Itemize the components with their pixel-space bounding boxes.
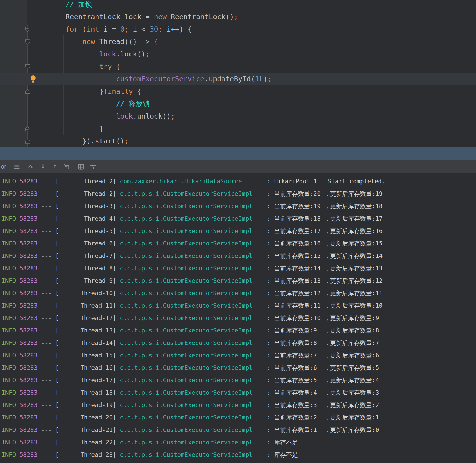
console-log-row: INFO 58283 --- [ Thread-6] c.c.t.p.s.i.C… <box>0 237 476 250</box>
console-log-row: INFO 58283 --- [ Thread-20] c.c.t.p.s.i.… <box>0 411 476 424</box>
console-log-row: INFO 58283 --- [ Thread-13] c.c.t.p.s.i.… <box>0 324 476 337</box>
console-log-row: INFO 58283 --- [ Thread-5] c.c.t.p.s.i.C… <box>0 225 476 237</box>
code-line[interactable]: }).start(); <box>0 135 476 147</box>
console-log-row: INFO 58283 --- [ Thread-12] c.c.t.p.s.i.… <box>0 312 476 324</box>
code-line[interactable]: try { <box>0 60 476 73</box>
code-line[interactable]: customExecutorService.updateById(1L); <box>0 73 476 85</box>
fold-marker-down-icon[interactable] <box>25 64 31 70</box>
toolbar-separator <box>24 163 24 171</box>
console-log-row: INFO 58283 --- [ Thread-15] c.c.t.p.s.i.… <box>0 349 476 361</box>
menu-icon[interactable] <box>11 162 23 172</box>
console-settings-icon[interactable] <box>87 162 99 172</box>
console-log-row: INFO 58283 --- [ Thread-11] c.c.t.p.s.i.… <box>0 299 476 312</box>
fold-marker-down-icon[interactable] <box>25 26 31 32</box>
fold-marker-up-icon[interactable] <box>25 138 31 144</box>
console-log-row: INFO 58283 --- [ Thread-16] c.c.t.p.s.i.… <box>0 361 476 374</box>
intention-lightbulb-icon[interactable] <box>30 75 37 83</box>
console-log-row: INFO 58283 --- [ Thread-24] c.c.t.p.s.i.… <box>0 461 476 463</box>
fold-marker-down-icon[interactable] <box>25 39 31 45</box>
code-line[interactable]: lock.lock(); <box>0 48 476 60</box>
soft-wrap-icon[interactable] <box>25 162 37 172</box>
code-line[interactable]: }finally { <box>0 85 476 98</box>
console-log-row: INFO 58283 --- [ Thread-4] c.c.t.p.s.i.C… <box>0 212 476 225</box>
console-log-row: INFO 58283 --- [ Thread-8] c.c.t.p.s.i.C… <box>0 262 476 274</box>
console-log-row: INFO 58283 --- [ Thread-10] c.c.t.p.s.i.… <box>0 287 476 299</box>
fold-marker-up-icon[interactable] <box>25 89 31 95</box>
console-log-row: INFO 58283 --- [ Thread-3] c.c.t.p.s.i.C… <box>0 200 476 212</box>
toolbar-separator <box>74 163 74 171</box>
run-console-output[interactable]: INFO 58283 --- [ Thread-2] com.zaxxer.hi… <box>0 173 476 463</box>
code-line[interactable]: } <box>0 122 476 135</box>
code-line[interactable]: for (int i = 0; i < 30; i++) { <box>0 23 476 35</box>
code-line[interactable]: // 释放锁 <box>0 98 476 110</box>
console-log-row: INFO 58283 --- [ Thread-2] com.zaxxer.hi… <box>0 175 476 187</box>
scroll-up-icon[interactable] <box>49 162 61 172</box>
console-log-row: INFO 58283 --- [ Thread-21] c.c.t.p.s.i.… <box>0 424 476 436</box>
scroll-to-end-icon[interactable] <box>61 162 73 172</box>
print-icon[interactable] <box>75 162 87 172</box>
console-log-row: INFO 58283 --- [ Thread-22] c.c.t.p.s.i.… <box>0 436 476 448</box>
console-log-row: INFO 58283 --- [ Thread-14] c.c.t.p.s.i.… <box>0 337 476 349</box>
code-line[interactable]: ReentrantLock lock = new ReentrantLock()… <box>0 11 476 23</box>
console-log-row: INFO 58283 --- [ Thread-18] c.c.t.p.s.i.… <box>0 386 476 399</box>
console-toolbar: or <box>0 160 476 174</box>
code-editor[interactable]: // 加锁ReentrantLock lock = new ReentrantL… <box>0 0 476 147</box>
console-log-row: INFO 58283 --- [ Thread-17] c.c.t.p.s.i.… <box>0 374 476 386</box>
console-log-row: INFO 58283 --- [ Thread-9] c.c.t.p.s.i.C… <box>0 274 476 287</box>
fold-marker-up-icon[interactable] <box>25 126 31 132</box>
code-line[interactable]: // 加锁 <box>0 0 476 11</box>
toolbar-partial-label: or <box>1 163 6 170</box>
scroll-down-icon[interactable] <box>37 162 49 172</box>
code-line[interactable]: lock.unlock(); <box>0 110 476 122</box>
code-line[interactable]: new Thread(() -> { <box>0 35 476 48</box>
console-log-row: INFO 58283 --- [ Thread-7] c.c.t.p.s.i.C… <box>0 250 476 262</box>
editor-console-splitter[interactable] <box>0 147 476 160</box>
console-log-row: INFO 58283 --- [ Thread-2] c.c.t.p.s.i.C… <box>0 187 476 200</box>
console-log-row: INFO 58283 --- [ Thread-19] c.c.t.p.s.i.… <box>0 399 476 411</box>
console-log-row: INFO 58283 --- [ Thread-23] c.c.t.p.s.i.… <box>0 448 476 461</box>
